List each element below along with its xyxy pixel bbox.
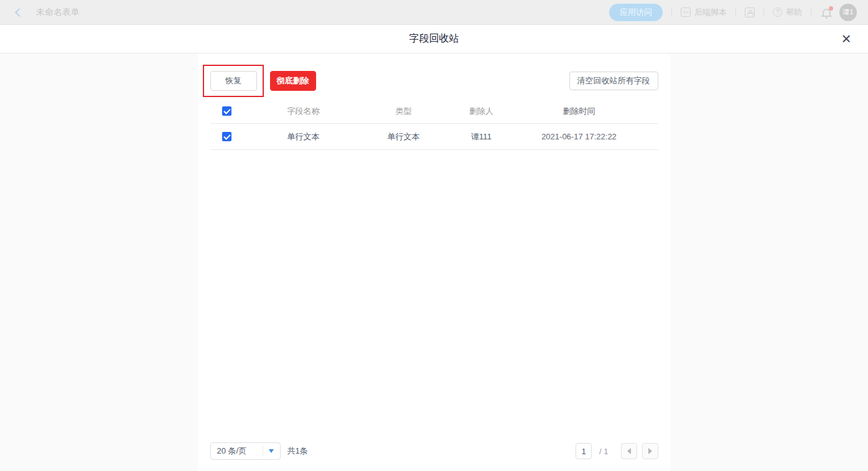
cell-field-name: 单行文本 [244,131,363,142]
column-header-field-name: 字段名称 [244,106,363,117]
help-label: 帮助 [786,7,802,18]
back-chevron-icon[interactable] [15,7,24,16]
column-header-deleted-by: 删除人 [444,106,519,117]
chevron-down-icon [269,449,274,453]
divider [735,8,736,17]
notification-badge [829,6,833,11]
cell-deleted-by: 谭111 [444,131,519,142]
pagination-bar: 20 条/页 共1条 / 1 [210,442,658,460]
next-page-button[interactable] [642,443,658,459]
clear-recycle-bin-button[interactable]: 清空回收站所有字段 [569,72,658,90]
modal-header: 字段回收站 × [0,25,868,54]
cell-type: 单行文本 [363,131,444,142]
field-recycle-bin-modal: 字段回收站 × 恢复 彻底删除 清空回收站所有字段 字段名称 类型 删除人 删除… [0,25,868,471]
deleted-fields-table: 字段名称 类型 删除人 删除时间 单行文本 单行文本 谭111 2021-06-… [210,99,658,150]
row-checkbox[interactable] [222,132,231,141]
table-row: 单行文本 单行文本 谭111 2021-06-17 17:22:22 [210,124,658,150]
divider [811,8,811,17]
page-size-select[interactable]: 20 条/页 [210,442,281,460]
modal-title: 字段回收站 [409,32,459,45]
prev-page-button[interactable] [621,443,637,459]
select-all-checkbox[interactable] [222,106,231,116]
member-card-icon [745,7,755,17]
form-title: 未命名表单 [36,7,80,18]
total-pages-label: / 1 [599,447,608,456]
avatar[interactable]: 谭1 [839,4,857,21]
backend-script-button[interactable]: </> 后端脚本 [681,7,727,18]
divider [763,8,764,17]
app-access-button[interactable]: 应用访问 [609,4,663,21]
code-icon: </> [681,7,691,17]
arrow-left-icon [627,448,631,454]
column-header-deleted-at: 删除时间 [519,106,658,117]
select-arrow-zone [263,445,280,457]
app-access-label: 应用访问 [620,7,652,18]
recycle-bin-panel: 恢复 彻底删除 清空回收站所有字段 字段名称 类型 删除人 删除时间 [198,54,671,471]
notification-button[interactable] [823,9,831,16]
help-button[interactable]: ? 帮助 [773,7,802,18]
close-icon[interactable]: × [837,30,856,49]
table-header-row: 字段名称 类型 删除人 删除时间 [210,99,658,124]
topbar: 未命名表单 应用访问 </> 后端脚本 ? 帮助 谭1 [0,0,868,25]
backend-script-label: 后端脚本 [694,7,727,18]
current-page-input[interactable] [576,443,592,459]
help-icon: ? [773,7,782,17]
cell-deleted-at: 2021-06-17 17:22:22 [519,132,658,141]
arrow-right-icon [648,448,652,454]
page-size-label: 20 条/页 [211,445,263,457]
members-button[interactable] [745,7,755,17]
delete-forever-button[interactable]: 彻底删除 [270,71,316,91]
divider [671,8,672,17]
column-header-type: 类型 [363,106,444,117]
toolbar: 恢复 彻底删除 清空回收站所有字段 [210,54,658,91]
restore-button[interactable]: 恢复 [210,71,257,91]
total-count-label: 共1条 [287,445,308,457]
avatar-label: 谭1 [842,7,853,17]
